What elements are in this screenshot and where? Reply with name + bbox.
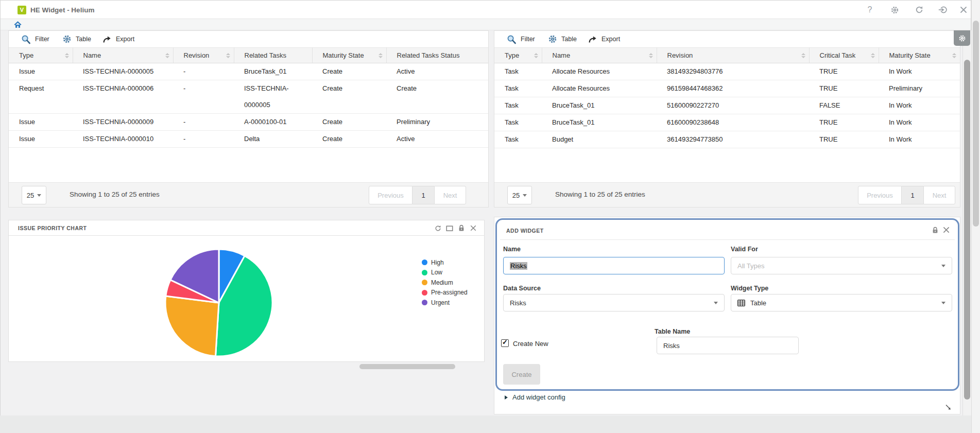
refresh-icon[interactable] <box>434 224 441 232</box>
table-row[interactable]: IssueISS-TECHNIA-0000005-BruceTask_01Cre… <box>9 63 488 80</box>
vertical-scrollbar[interactable] <box>962 30 971 415</box>
table-cell: ISS-TECHNIA-0000005 <box>234 80 312 114</box>
table-row[interactable]: TaskBudget361493294773850TRUEIn Work <box>494 131 960 148</box>
table-row[interactable]: TaskAllocate Resources961598447468362TRU… <box>494 80 960 97</box>
table-cell: ISS-TECHNIA-0000010 <box>73 131 173 148</box>
legend-item-pre-assigned[interactable]: Pre-assigned <box>422 288 468 298</box>
close-icon[interactable] <box>943 227 950 234</box>
table-row[interactable]: TaskAllocate Resources381493294803776TRU… <box>494 63 960 80</box>
column-header-name[interactable]: Name <box>73 48 173 63</box>
export-button[interactable]: Export <box>102 31 134 47</box>
column-header-revision[interactable]: Revision <box>657 48 809 63</box>
table-name-input[interactable] <box>657 337 799 354</box>
column-header-name[interactable]: Name <box>542 48 657 63</box>
legend-item-urgent[interactable]: Urgent <box>422 298 468 308</box>
filter-button[interactable]: Filter <box>21 31 49 47</box>
table-toolbar: Filter Table Export <box>9 31 488 47</box>
page-size-select[interactable]: 25 <box>22 186 46 204</box>
create-new-checkbox[interactable]: ✓ <box>501 339 509 347</box>
table-cell: Task <box>494 63 542 80</box>
legend-dot <box>422 300 427 305</box>
table-cell: TRUE <box>809 63 879 80</box>
sort-icon[interactable] <box>165 53 169 58</box>
sign-in-icon[interactable] <box>938 5 948 14</box>
name-input[interactable]: Risks <box>503 257 725 274</box>
filter-button[interactable]: Filter <box>507 31 535 47</box>
close-icon[interactable] <box>470 224 477 232</box>
table-cell: In Work <box>879 63 960 80</box>
lock-icon[interactable] <box>458 224 465 232</box>
home-icon[interactable] <box>14 21 22 28</box>
sort-icon[interactable] <box>65 53 69 58</box>
table-cell: Create <box>312 114 386 131</box>
column-header-related-tasks-status[interactable]: Related Tasks Status <box>386 48 488 63</box>
column-header-critical-task[interactable]: Critical Task <box>809 48 879 63</box>
lock-icon[interactable] <box>932 227 938 234</box>
column-header-related-tasks[interactable]: Related Tasks <box>234 48 312 63</box>
dashboard-settings-tab[interactable] <box>954 30 970 46</box>
table-cell: TRUE <box>809 114 879 131</box>
data-source-label: Data Source <box>503 285 541 292</box>
table-row[interactable]: IssueISS-TECHNIA-0000010-DeltaCreateActi… <box>9 131 488 148</box>
legend-item-low[interactable]: Low <box>422 268 468 278</box>
widget-type-select[interactable]: Table <box>731 294 952 311</box>
data-source-select[interactable]: Risks <box>503 294 725 311</box>
sort-icon[interactable] <box>801 53 805 58</box>
table-row[interactable]: TaskBruceTask_0161600090238648TRUEIn Wor… <box>494 114 960 131</box>
table-row[interactable]: TaskBruceTask_0151600090227270FALSEIn Wo… <box>494 97 960 114</box>
page-scrollbar-thumb[interactable] <box>973 21 979 227</box>
table-cell: - <box>173 63 234 80</box>
filter-icon <box>507 34 517 44</box>
column-header-type[interactable]: Type <box>9 48 73 63</box>
table-cell: Task <box>494 80 542 97</box>
sort-icon[interactable] <box>226 53 230 58</box>
table-settings-button[interactable]: Table <box>548 31 577 47</box>
sort-icon[interactable] <box>649 53 653 58</box>
create-button[interactable]: Create <box>503 364 540 385</box>
name-input-value: Risks <box>510 262 527 270</box>
valid-for-select[interactable]: All Types <box>731 257 952 274</box>
sort-icon[interactable] <box>534 53 538 58</box>
table-settings-button[interactable]: Table <box>62 31 91 47</box>
table-cell: FALSE <box>809 97 879 114</box>
table-row[interactable]: IssueISS-TECHNIA-0000009-A-0000100-01Cre… <box>9 114 488 131</box>
next-page-button[interactable]: Next <box>434 186 466 204</box>
checkmark-icon: ✓ <box>502 338 508 346</box>
column-header-maturity-state[interactable]: Maturity State <box>879 48 960 63</box>
previous-page-button[interactable]: Previous <box>858 186 902 204</box>
maximize-icon[interactable] <box>446 224 453 232</box>
chart-body: HighLowMediumPre-assignedUrgent <box>9 236 484 361</box>
refresh-icon[interactable] <box>915 5 924 14</box>
legend-item-high[interactable]: High <box>422 257 468 268</box>
previous-page-button[interactable]: Previous <box>369 186 412 204</box>
resize-handle-icon[interactable] <box>944 404 952 411</box>
next-page-button[interactable]: Next <box>923 186 955 204</box>
scrollbar-thumb[interactable] <box>964 60 970 400</box>
table-row[interactable]: RequestISS-TECHNIA-0000006-ISS-TECHNIA-0… <box>9 80 488 114</box>
horizontal-scrollbar-thumb[interactable] <box>359 364 455 369</box>
legend-dot <box>422 270 427 275</box>
sort-icon[interactable] <box>952 53 956 58</box>
add-widget-config-toggle[interactable]: Add widget config <box>505 393 565 401</box>
page-number-button[interactable]: 1 <box>902 186 923 204</box>
sort-icon[interactable] <box>379 53 383 58</box>
export-button[interactable]: Export <box>588 31 620 47</box>
table-gear-icon <box>548 34 557 44</box>
column-header-revision[interactable]: Revision <box>173 48 234 63</box>
page-number-button[interactable]: 1 <box>412 186 434 204</box>
name-label: Name <box>503 246 521 253</box>
column-header-maturity-state[interactable]: Maturity State <box>312 48 386 63</box>
sort-icon[interactable] <box>871 53 875 58</box>
close-icon[interactable] <box>959 5 968 14</box>
page-size-select[interactable]: 25 <box>507 186 532 204</box>
pie-slice-medium[interactable] <box>165 296 219 356</box>
page-scrollbar[interactable] <box>971 0 980 433</box>
table-cell: TRUE <box>809 131 879 148</box>
legend-item-medium[interactable]: Medium <box>422 278 468 288</box>
gear-icon[interactable] <box>890 5 899 14</box>
column-header-type[interactable]: Type <box>494 48 542 63</box>
chevron-right-icon <box>505 395 508 400</box>
help-icon[interactable]: ? <box>865 5 874 14</box>
table-cell: Allocate Resources <box>542 80 657 97</box>
table-cell: 61600090238648 <box>657 114 809 131</box>
